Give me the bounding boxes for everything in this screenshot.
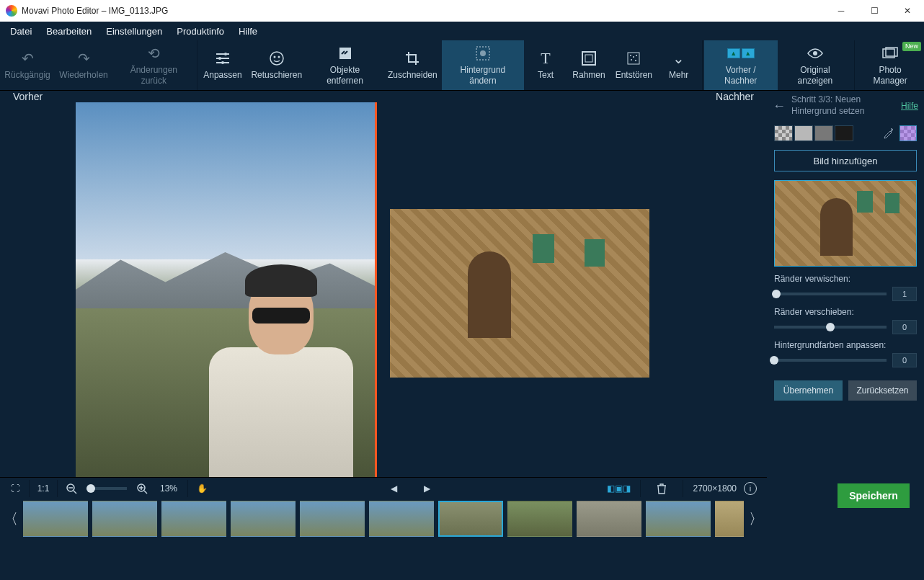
hand-tool-button[interactable]: ✋ bbox=[191, 478, 213, 499]
blur-edges-value[interactable]: 1 bbox=[892, 287, 917, 301]
revert-button[interactable]: ⟲Änderungen zurück bbox=[112, 40, 195, 90]
shift-edges-slider[interactable] bbox=[774, 326, 887, 329]
eyedropper-tool[interactable] bbox=[879, 125, 897, 141]
svg-point-15 bbox=[631, 59, 632, 61]
svg-point-14 bbox=[636, 55, 637, 56]
delete-button[interactable] bbox=[651, 478, 672, 499]
adjust-button[interactable]: Anpassen bbox=[199, 40, 247, 90]
canvas-area: Vorher Nachher ⛶ 1:1 bbox=[0, 91, 767, 519]
blur-edges-slider[interactable] bbox=[774, 293, 887, 295]
retouch-button[interactable]: Retuschieren bbox=[246, 40, 306, 90]
before-image[interactable] bbox=[76, 102, 375, 477]
photo-manager-button[interactable]: NewPhoto Manager bbox=[856, 40, 924, 90]
svg-point-2 bbox=[221, 61, 224, 64]
menu-einstellungen[interactable]: Einstellungen bbox=[99, 23, 169, 40]
thumbnail[interactable] bbox=[715, 501, 744, 537]
shift-edges-label: Ränder verschieben: bbox=[774, 307, 854, 317]
erase-icon bbox=[337, 45, 353, 62]
info-button[interactable]: i bbox=[744, 482, 757, 495]
background-button[interactable]: Hintergrund ändern bbox=[442, 40, 524, 90]
back-button[interactable]: ← bbox=[773, 99, 786, 114]
zoom-value: 13% bbox=[160, 483, 177, 494]
thumbnail[interactable] bbox=[507, 501, 572, 537]
color-picker-tool[interactable] bbox=[899, 125, 917, 141]
add-image-button[interactable]: Bild hinzufügen bbox=[774, 150, 917, 171]
menu-hilfe[interactable]: Hilfe bbox=[231, 23, 265, 40]
svg-point-5 bbox=[277, 56, 280, 58]
maximize-button[interactable]: ☐ bbox=[858, 0, 891, 22]
zoom-out-button[interactable] bbox=[61, 478, 82, 499]
svg-rect-10 bbox=[585, 55, 592, 62]
save-button[interactable]: Speichern bbox=[838, 483, 910, 508]
svg-rect-11 bbox=[628, 53, 639, 64]
svg-point-8 bbox=[480, 50, 486, 56]
crop-button[interactable]: Zuschneiden bbox=[383, 40, 442, 90]
adapt-colors-value[interactable]: 0 bbox=[892, 353, 917, 367]
menu-produktinfo[interactable]: Produktinfo bbox=[169, 23, 231, 40]
thumbs-next-button[interactable]: 〉 bbox=[748, 499, 764, 538]
undo-button[interactable]: ↶Rückgängig bbox=[0, 40, 55, 90]
thumbs-prev-button[interactable]: 〈 bbox=[3, 499, 19, 538]
thumbnail[interactable] bbox=[23, 501, 88, 537]
thumbnail[interactable] bbox=[577, 501, 641, 537]
thumbnail[interactable] bbox=[369, 501, 434, 537]
menu-datei[interactable]: Datei bbox=[3, 23, 39, 40]
before-after-button[interactable]: ▲▲Vorher / Nachher bbox=[704, 40, 778, 90]
close-button[interactable]: ✕ bbox=[891, 0, 924, 22]
compare-divider[interactable] bbox=[375, 102, 377, 477]
frame-button[interactable]: Rahmen bbox=[567, 40, 610, 90]
face-icon bbox=[269, 50, 285, 67]
background-icon bbox=[475, 45, 491, 62]
text-button[interactable]: TText bbox=[524, 40, 567, 90]
prev-image-button[interactable]: ◀ bbox=[383, 478, 404, 499]
window-title: Movavi Photo Editor – IMG_0113.JPG bbox=[22, 6, 168, 16]
redo-button[interactable]: ↷Wiederholen bbox=[55, 40, 112, 90]
svg-point-0 bbox=[224, 53, 227, 55]
sliders-icon bbox=[215, 50, 231, 67]
swatch-lightgray[interactable] bbox=[794, 125, 813, 141]
help-link[interactable]: Hilfe bbox=[901, 101, 918, 111]
fullscreen-button[interactable]: ⛶ bbox=[4, 478, 26, 499]
thumbnail[interactable] bbox=[300, 501, 365, 537]
frame-icon bbox=[581, 50, 597, 67]
eye-icon bbox=[807, 45, 824, 62]
swatch-transparent[interactable] bbox=[774, 125, 793, 141]
toolbar: ↶Rückgängig ↷Wiederholen ⟲Änderungen zur… bbox=[0, 40, 924, 91]
compare-mode-button[interactable]: ◧▣◨ bbox=[608, 478, 630, 499]
apply-button[interactable]: Übernehmen bbox=[774, 380, 843, 401]
denoise-button[interactable]: Entstören bbox=[610, 40, 657, 90]
step-label: Schritt 3/3: Neuen Hintergrund setzen bbox=[791, 94, 901, 117]
zoom-slider[interactable] bbox=[86, 487, 127, 490]
thumbnail[interactable] bbox=[646, 501, 711, 537]
revert-icon: ⟲ bbox=[148, 45, 160, 62]
svg-point-1 bbox=[218, 57, 221, 60]
undo-icon: ↶ bbox=[22, 50, 34, 67]
reset-button[interactable]: Zurücksetzen bbox=[848, 380, 917, 401]
redo-icon: ↷ bbox=[78, 50, 90, 67]
after-image[interactable] bbox=[390, 209, 649, 378]
zoom-in-button[interactable] bbox=[131, 478, 153, 499]
thumbnail[interactable] bbox=[438, 501, 503, 537]
more-button[interactable]: ⌄Mehr bbox=[657, 40, 701, 90]
swatch-gray[interactable] bbox=[814, 125, 833, 141]
adapt-colors-slider[interactable] bbox=[774, 359, 887, 362]
svg-line-24 bbox=[144, 491, 147, 494]
thumbnail[interactable] bbox=[231, 501, 296, 537]
svg-point-13 bbox=[633, 56, 634, 58]
svg-point-12 bbox=[630, 55, 631, 56]
menu-bearbeiten[interactable]: Bearbeiten bbox=[39, 23, 99, 40]
next-image-button[interactable]: ▶ bbox=[416, 478, 437, 499]
thumbnail[interactable] bbox=[161, 501, 226, 537]
shift-edges-value[interactable]: 0 bbox=[892, 320, 917, 334]
blur-edges-label: Ränder verwischen: bbox=[774, 274, 850, 284]
remove-objects-button[interactable]: Objekte entfernen bbox=[306, 40, 383, 90]
manager-icon bbox=[881, 45, 899, 62]
new-badge: New bbox=[902, 42, 921, 51]
thumbnail[interactable] bbox=[92, 501, 157, 537]
show-original-button[interactable]: Original anzeigen bbox=[778, 40, 853, 90]
svg-point-16 bbox=[635, 60, 636, 61]
background-preview[interactable] bbox=[774, 180, 917, 267]
swatch-dark[interactable] bbox=[835, 125, 853, 141]
minimize-button[interactable]: ─ bbox=[825, 0, 858, 22]
fit-button[interactable]: 1:1 bbox=[32, 478, 54, 499]
